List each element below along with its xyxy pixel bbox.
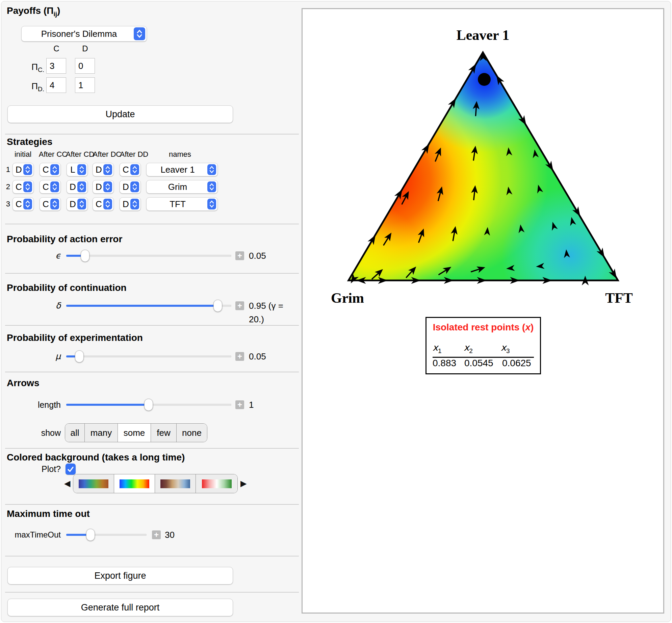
colormap-swatch-4[interactable] bbox=[196, 474, 237, 493]
popup-chevron-icon bbox=[23, 164, 32, 175]
colormap-gradient-1 bbox=[79, 479, 108, 488]
pi-symbol: Π bbox=[31, 81, 38, 91]
payoffs-heading: Payoffs (Πij) bbox=[7, 5, 60, 18]
game-selector-popup[interactable]: Prisoner's Dilemma bbox=[21, 26, 147, 42]
payoff-row-label-c: ΠC. bbox=[29, 62, 44, 74]
payoff-cd-input[interactable] bbox=[75, 58, 95, 74]
arrow-show-segmented-control: all many some few none bbox=[65, 423, 207, 442]
show-option-none[interactable]: none bbox=[177, 424, 207, 442]
popup-chevron-icon bbox=[23, 181, 32, 192]
popup-chevron-icon bbox=[207, 181, 216, 192]
rest-point-header-x1: x1 bbox=[433, 342, 464, 355]
strategy-2-name-popup[interactable]: Grim bbox=[146, 180, 218, 194]
separator bbox=[5, 224, 299, 224]
payoff-dc-input[interactable] bbox=[46, 77, 66, 93]
action-error-slider-row: ϵ + 0.05 bbox=[5, 249, 295, 263]
experimentation-slider-thumb[interactable] bbox=[75, 350, 84, 363]
payoff-dd-input[interactable] bbox=[75, 77, 95, 93]
strategy-2-after-cd-popup[interactable]: D bbox=[67, 180, 88, 194]
continuation-heading: Probability of continuation bbox=[7, 282, 127, 293]
col-header-names: names bbox=[165, 150, 195, 159]
strategy-1-initial-popup[interactable]: D bbox=[12, 163, 34, 176]
arrow-length-slider-thumb[interactable] bbox=[144, 399, 153, 411]
show-option-many[interactable]: many bbox=[85, 424, 118, 442]
rest-point-header-x2: x2 bbox=[464, 342, 501, 355]
max-time-out-slider-track[interactable] bbox=[66, 534, 147, 536]
col-header-after-cc: After CC bbox=[38, 150, 68, 159]
popup-chevron-icon bbox=[23, 199, 32, 209]
strategy-1-after-dc-popup[interactable]: D bbox=[93, 163, 114, 176]
max-time-out-slider-row: maxTimeOut + 30 bbox=[5, 528, 295, 542]
col-header-after-dd: After DD bbox=[119, 150, 149, 159]
generate-report-button[interactable]: Generate full report bbox=[7, 599, 233, 616]
show-option-all[interactable]: all bbox=[65, 424, 85, 442]
strategy-2-after-dc-popup[interactable]: D bbox=[93, 180, 114, 194]
popup-chevron-icon bbox=[207, 199, 216, 209]
colormap-gradient-3 bbox=[160, 479, 190, 488]
strategy-1-after-cd-popup[interactable]: L bbox=[67, 163, 88, 176]
strategies-heading: Strategies bbox=[7, 136, 52, 147]
vertex-label-bottom-right: TFT bbox=[605, 290, 633, 306]
plus-stepper-button[interactable]: + bbox=[235, 352, 244, 361]
max-time-out-label: maxTimeOut bbox=[5, 528, 61, 542]
separator bbox=[5, 273, 299, 274]
strategy-3-after-cc-popup[interactable]: C bbox=[40, 197, 61, 211]
game-selector-label: Prisoner's Dilemma bbox=[22, 29, 147, 39]
separator bbox=[5, 372, 299, 372]
delta-label: δ bbox=[5, 299, 61, 313]
popup-chevron-icon bbox=[50, 181, 59, 192]
colormap-carousel bbox=[73, 474, 238, 493]
max-time-out-slider-thumb[interactable] bbox=[86, 529, 95, 541]
colormap-swatch-2-selected[interactable] bbox=[114, 474, 155, 493]
show-option-few[interactable]: few bbox=[151, 424, 177, 442]
plus-stepper-button[interactable]: + bbox=[152, 530, 161, 539]
payoff-cc-input[interactable] bbox=[46, 58, 66, 74]
carousel-right-icon[interactable]: ▶ bbox=[240, 479, 247, 488]
experimentation-value: 0.05 bbox=[249, 350, 266, 363]
experimentation-slider-track[interactable] bbox=[66, 355, 231, 357]
action-error-slider-thumb[interactable] bbox=[81, 250, 89, 262]
strategy-2-after-dd-popup[interactable]: D bbox=[120, 180, 141, 194]
strategy-1-name-popup[interactable]: Leaver 1 bbox=[146, 163, 218, 176]
pi-symbol: Π bbox=[31, 62, 38, 72]
show-option-some[interactable]: some bbox=[118, 424, 151, 442]
action-error-slider-track[interactable] bbox=[66, 255, 231, 257]
popup-chevron-icon bbox=[103, 164, 112, 175]
arrow-length-slider-track[interactable] bbox=[66, 404, 231, 406]
plot-checkbox[interactable] bbox=[66, 464, 76, 475]
popup-chevron-icon bbox=[77, 181, 86, 192]
colormap-swatch-3[interactable] bbox=[155, 474, 196, 493]
strategy-3-after-dd-popup[interactable]: D bbox=[120, 197, 141, 211]
experimentation-slider-row: μ + 0.05 bbox=[5, 350, 295, 363]
strategy-1-after-dd-popup[interactable]: C bbox=[120, 163, 141, 176]
arrows-heading: Arrows bbox=[7, 378, 39, 389]
pi-sub: C. bbox=[38, 66, 44, 73]
export-figure-button[interactable]: Export figure bbox=[7, 567, 233, 584]
strategy-2-after-cc-popup[interactable]: C bbox=[40, 180, 61, 194]
colored-background-heading: Colored background (takes a long time) bbox=[7, 452, 185, 463]
plus-stepper-button[interactable]: + bbox=[235, 301, 244, 310]
strategy-2-initial-popup[interactable]: C bbox=[12, 180, 34, 194]
continuation-slider-thumb[interactable] bbox=[213, 300, 222, 312]
separator bbox=[5, 134, 299, 134]
colormap-swatch-1[interactable] bbox=[73, 474, 114, 493]
popup-chevron-icon bbox=[130, 199, 139, 209]
strategy-3-name-popup[interactable]: TFT bbox=[146, 197, 218, 211]
mu-label: μ bbox=[5, 350, 61, 363]
col-header-after-dc: After DC bbox=[92, 150, 122, 159]
strategy-3-after-cd-popup[interactable]: D bbox=[67, 197, 88, 211]
strategy-1-after-cc-popup[interactable]: C bbox=[40, 163, 61, 176]
update-button[interactable]: Update bbox=[7, 105, 233, 123]
strategy-3-after-dc-popup[interactable]: C bbox=[93, 197, 114, 211]
strategy-3-initial-popup[interactable]: C bbox=[12, 197, 34, 211]
plus-stepper-button[interactable]: + bbox=[235, 400, 244, 409]
continuation-slider-track[interactable] bbox=[66, 305, 231, 307]
simplex-phase-plot: Leaver 1 Grim TFT bbox=[302, 9, 664, 316]
payoffs-heading-close: ) bbox=[57, 5, 60, 16]
vertex-label-bottom-left: Grim bbox=[331, 290, 364, 306]
separator bbox=[5, 556, 299, 556]
popup-chevron-icon bbox=[103, 181, 112, 192]
carousel-left-icon[interactable]: ◀ bbox=[64, 479, 70, 488]
pi-sub: D. bbox=[38, 85, 44, 93]
plus-stepper-button[interactable]: + bbox=[235, 251, 244, 260]
